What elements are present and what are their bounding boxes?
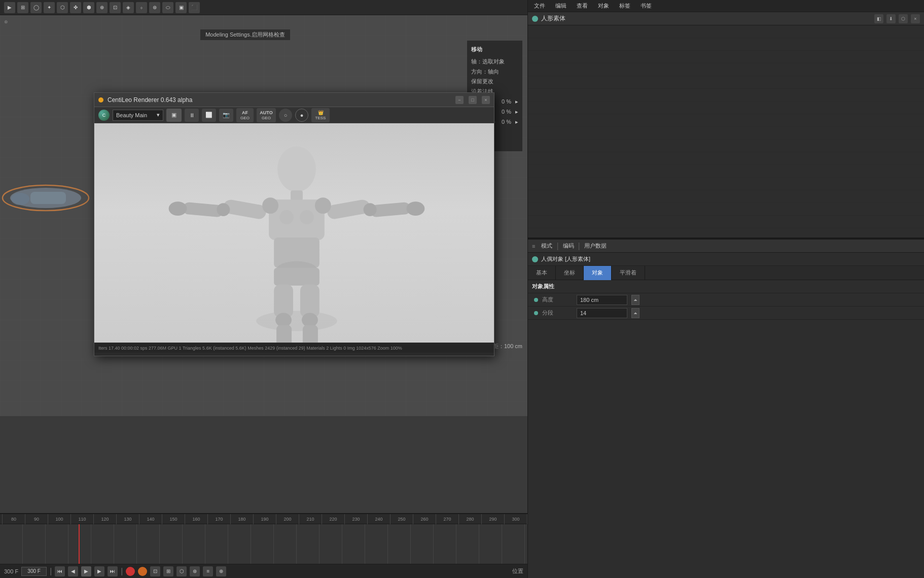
tab-object[interactable]: 对象 bbox=[584, 266, 612, 280]
menu-edit[interactable]: 编辑 bbox=[553, 1, 568, 11]
svg-rect-3 bbox=[30, 192, 66, 204]
height-label: 高度 bbox=[542, 296, 573, 303]
menu-view[interactable]: 查看 bbox=[575, 1, 590, 11]
toolbar-icon-12[interactable]: ⊛ bbox=[149, 2, 160, 13]
ruler-230: 230 bbox=[344, 514, 367, 524]
af-geo-group: AF GEO bbox=[236, 108, 254, 122]
stop-btn[interactable]: ⬜ bbox=[202, 109, 216, 122]
encode-label: 编码 bbox=[563, 242, 574, 250]
dir-row: 方向：轴向 bbox=[471, 67, 518, 77]
next-frame-btn[interactable]: ▶ bbox=[94, 566, 104, 576]
tab-basic[interactable]: 基本 bbox=[528, 266, 556, 280]
toolbar-icon-2[interactable]: ⊞ bbox=[17, 2, 28, 13]
toolbar-icon-8[interactable]: ⊕ bbox=[96, 2, 108, 13]
svg-rect-29 bbox=[300, 285, 319, 318]
skip-end-btn[interactable]: ⏭ bbox=[108, 566, 118, 576]
segment-spin[interactable]: ⏶ bbox=[631, 308, 639, 318]
segment-dot bbox=[534, 311, 538, 315]
playhead bbox=[79, 524, 80, 564]
panel-icon-2[interactable]: ⬇ bbox=[886, 14, 896, 23]
ruler-170: 170 bbox=[207, 514, 230, 524]
ruler-marks: 80 90 100 110 120 130 140 150 160 170 18… bbox=[2, 514, 527, 524]
properties-section: ≡ 模式 | 编码 | 用户数据 人偶对象 [人形素体] 基本 坐标 对象 平滑… bbox=[528, 239, 924, 320]
toolbar-icon-7[interactable]: ⬢ bbox=[83, 2, 94, 13]
toolbar-icon-1[interactable]: ▶ bbox=[4, 2, 15, 13]
move-title: 移动 bbox=[471, 45, 518, 55]
axis-row: 轴：选取对象 bbox=[471, 57, 518, 67]
obj-props-header: 对象属性 bbox=[528, 280, 924, 293]
ruler-100: 100 bbox=[48, 514, 70, 524]
ruler-130: 130 bbox=[116, 514, 139, 524]
menu-object[interactable]: 对象 bbox=[596, 1, 611, 11]
userdata-label: 用户数据 bbox=[584, 242, 607, 250]
skip-start-btn[interactable]: ⏮ bbox=[55, 566, 65, 576]
window-minimize-btn[interactable]: − bbox=[455, 96, 464, 104]
person-icon-sm bbox=[532, 256, 538, 262]
circle-btn-2[interactable]: ● bbox=[295, 109, 308, 122]
record-btn[interactable] bbox=[126, 567, 135, 576]
toolbar-icon-3[interactable]: ◯ bbox=[30, 2, 42, 13]
ruler-110: 110 bbox=[70, 514, 93, 524]
panel-icon-1[interactable]: ◧ bbox=[874, 14, 883, 23]
pb-icon6[interactable]: ⊕ bbox=[216, 566, 226, 576]
panel-close[interactable]: × bbox=[911, 14, 920, 23]
pause-btn[interactable]: ⏸ bbox=[185, 109, 199, 122]
toolbar-icon-6[interactable]: ✤ bbox=[70, 2, 81, 13]
auto-geo-group: AUTO GEO bbox=[257, 108, 276, 122]
svg-point-13 bbox=[256, 311, 337, 331]
svg-point-30 bbox=[302, 313, 318, 327]
frame-input[interactable] bbox=[21, 567, 47, 576]
svg-rect-26 bbox=[274, 285, 293, 318]
object-label: 人偶对象 [人形素体] bbox=[541, 255, 590, 263]
svg-point-14 bbox=[277, 146, 316, 192]
af-geo-btn[interactable]: AF GEO bbox=[236, 108, 254, 122]
ruler-80: 80 bbox=[2, 514, 25, 524]
play-btn[interactable]: ▶ bbox=[81, 566, 91, 576]
toolbar-icon-4[interactable]: ✦ bbox=[44, 2, 55, 13]
menu-tags[interactable]: 标签 bbox=[617, 1, 632, 11]
toolbar-icon-14[interactable]: ▣ bbox=[175, 2, 187, 13]
object-panel-header: 人形素体 ◧ ⬇ ⬡ × bbox=[528, 12, 924, 25]
pb-icon5[interactable]: ≡ bbox=[203, 566, 213, 576]
object-hierarchy[interactable] bbox=[528, 25, 924, 239]
prev-frame-btn[interactable]: ◀ bbox=[68, 566, 78, 576]
window-close-btn[interactable]: × bbox=[482, 96, 490, 104]
panel-icon-3[interactable]: ⬡ bbox=[899, 14, 908, 23]
timeline-content[interactable] bbox=[0, 524, 527, 564]
cam-btn[interactable]: 📷 bbox=[219, 109, 233, 122]
pb-icon4[interactable]: ⊛ bbox=[190, 566, 200, 576]
ruler-140: 140 bbox=[139, 514, 162, 524]
pb-icon3[interactable]: ⬡ bbox=[176, 566, 187, 576]
height-value[interactable] bbox=[577, 295, 627, 305]
pb-icon1[interactable]: ⊡ bbox=[150, 566, 160, 576]
tab-coords[interactable]: 坐标 bbox=[556, 266, 584, 280]
tess-group: 👑 TESS bbox=[311, 108, 330, 122]
toolbar-icon-15[interactable]: ⬛ bbox=[189, 2, 200, 13]
ruler-260: 260 bbox=[413, 514, 436, 524]
svg-rect-25 bbox=[274, 268, 319, 286]
toolbar-icon-11[interactable]: ⬨ bbox=[136, 2, 147, 13]
timeline[interactable]: 80 90 100 110 120 130 140 150 160 170 18… bbox=[0, 513, 527, 564]
window-maximize-btn[interactable]: □ bbox=[469, 96, 477, 104]
renderer-status-bar: Iters 17.40 00:00:02 sps 277.06M GPU 1 T… bbox=[94, 343, 494, 353]
auto-geo-btn[interactable]: AUTO GEO bbox=[257, 108, 276, 122]
tess-btn[interactable]: 👑 TESS bbox=[311, 108, 330, 122]
toolbar-icon-13[interactable]: ⬭ bbox=[162, 2, 173, 13]
circle-btn-1[interactable]: ○ bbox=[279, 109, 292, 122]
tab-smooth[interactable]: 平滑着 bbox=[612, 266, 645, 280]
playback-settings-btn[interactable] bbox=[138, 567, 147, 576]
segment-label: 分段 bbox=[542, 309, 573, 317]
render-btn[interactable]: ▣ bbox=[166, 109, 182, 122]
modeling-settings-label: Modeling Settings.启用网格检查 bbox=[200, 29, 290, 40]
pb-icon2[interactable]: ⊞ bbox=[163, 566, 173, 576]
segment-value[interactable] bbox=[577, 308, 627, 318]
svg-point-33 bbox=[315, 197, 331, 214]
toolbar-icon-9[interactable]: ⊡ bbox=[110, 2, 121, 13]
height-spin[interactable]: ⏶ bbox=[631, 295, 639, 305]
menu-file[interactable]: 文件 bbox=[532, 1, 547, 11]
camera-dropdown[interactable]: Beauty Main ▾ bbox=[113, 110, 163, 121]
menu-bookmarks[interactable]: 书签 bbox=[638, 1, 654, 11]
renderer-viewport[interactable] bbox=[94, 123, 494, 343]
toolbar-icon-10[interactable]: ◈ bbox=[123, 2, 134, 13]
toolbar-icon-5[interactable]: ⬡ bbox=[57, 2, 68, 13]
